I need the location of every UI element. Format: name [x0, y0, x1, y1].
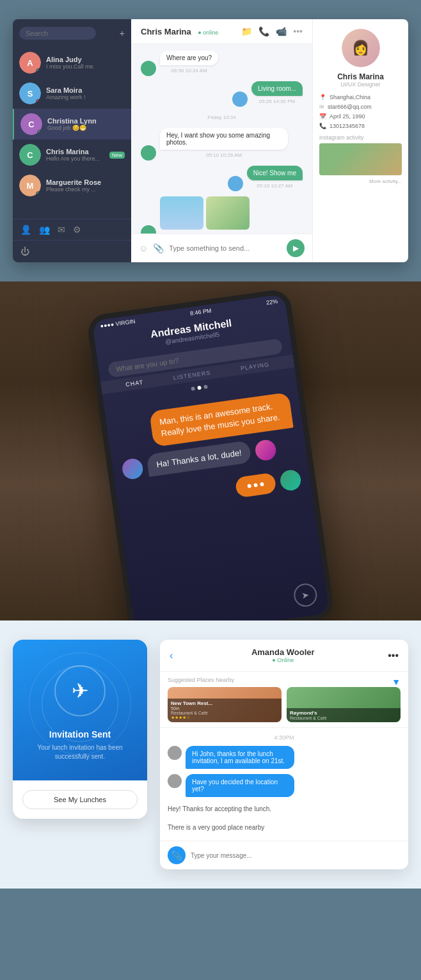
- folder-icon[interactable]: 📁: [241, 26, 252, 36]
- send-button[interactable]: ▶: [287, 239, 305, 257]
- contact-item[interactable]: C Christina Lynn Good job 😊😁: [13, 109, 131, 139]
- avatar: [168, 746, 182, 760]
- search-input[interactable]: [19, 27, 96, 40]
- message-bubble: Hi John, thanks for the lunch invitation…: [186, 746, 294, 769]
- calendar-icon: 📅: [319, 113, 326, 120]
- send-button[interactable]: ➤: [292, 582, 319, 608]
- tab-playing[interactable]: PLAYING: [240, 361, 269, 372]
- avatar: [228, 176, 243, 191]
- contact-name: Christina Lynn: [47, 117, 125, 125]
- message-bubble: Have you decided the location yet?: [186, 774, 294, 797]
- online-status-dot: [36, 68, 41, 74]
- message-text: Nice! Show me: [247, 166, 303, 180]
- contact-item[interactable]: A Alina Judy I miss you.Call me.: [13, 47, 131, 78]
- email-text: star666@qq.com: [328, 104, 372, 110]
- avatar: [279, 469, 302, 492]
- dropdown-icon[interactable]: ▼: [392, 677, 401, 687]
- invitation-bottom: See My Lunches: [13, 780, 147, 819]
- message-input[interactable]: [191, 852, 401, 859]
- contact-name: Chris Marina: [46, 148, 109, 155]
- contact-item[interactable]: M Marguerite Rose Please check my ...: [13, 170, 131, 201]
- avatar: [232, 91, 248, 107]
- avatar: M: [19, 175, 41, 196]
- contact-name: Sara Moira: [46, 86, 125, 94]
- date-divider: Friday 10:34: [141, 115, 303, 120]
- paperclip-icon: 📎: [171, 851, 182, 860]
- profile-name: Chris Marina: [319, 72, 402, 81]
- contact-last-message: I miss you.Call me.: [46, 63, 125, 70]
- profile-phone: 📞 13012345678: [319, 123, 402, 129]
- video-icon[interactable]: 📹: [276, 26, 287, 36]
- contact-info: Chris Marina Hello Are you there...: [46, 148, 109, 162]
- decoration-ring: [42, 665, 118, 742]
- more-activity-link[interactable]: More activity...: [319, 178, 402, 184]
- settings-icon[interactable]: ⚙: [73, 225, 81, 235]
- email-icon: ✉: [319, 104, 324, 110]
- message-bubble: Nice! Show me 05:10 10:27 AM: [247, 166, 303, 191]
- contact-item[interactable]: S Sara Moira Amazing work !: [13, 78, 131, 109]
- place-type: Restaurant & Café: [171, 711, 278, 715]
- section-phone-mockup: ●●●● VIRGIN 8:46 PM 22% Andreas Mitchell…: [0, 281, 421, 620]
- logout-icon[interactable]: ⏻: [20, 246, 29, 257]
- place-distance: 50m: [171, 706, 278, 711]
- place-item[interactable]: Raymond's Restaurant & Café: [287, 687, 401, 722]
- contact-name: Amanda Wooler: [178, 647, 388, 657]
- add-contact-button[interactable]: +: [120, 28, 125, 38]
- place-name: Raymond's: [290, 710, 397, 716]
- avatar: C: [20, 113, 42, 135]
- more-options-button[interactable]: •••: [388, 650, 399, 661]
- chat-sidebar: + A Alina Judy I miss you.Call me.: [13, 19, 131, 262]
- dot-indicator: [191, 386, 195, 391]
- user-icon[interactable]: 👤: [20, 225, 31, 235]
- tab-chat[interactable]: CHAT: [125, 379, 144, 388]
- amanda-messages-area: 4:30PM Hi John, thanks for the lunch inv…: [160, 728, 408, 841]
- message-input[interactable]: [169, 244, 282, 252]
- message-row: 05:10 10:26 AM: [141, 196, 303, 233]
- messages-area: Where are you? 06:56 10:24 AM Living roo…: [131, 44, 312, 233]
- see-lunches-button[interactable]: See My Lunches: [22, 790, 138, 809]
- avatar: S: [19, 83, 41, 104]
- more-options-icon[interactable]: •••: [293, 26, 303, 36]
- amanda-chat-card: ‹ Amanda Wooler ● Online ••• Suggested P…: [160, 640, 408, 869]
- mail-icon[interactable]: ✉: [58, 225, 65, 235]
- place-info: New Town Rest... 50m Restaurant & Café ★…: [168, 699, 282, 722]
- message-plain: There is a very good place nearby: [168, 821, 401, 834]
- message-input-area: ☺ 📎 ▶: [131, 233, 312, 262]
- contact-info: Marguerite Rose Please check my ...: [46, 178, 125, 193]
- invitation-top: ✈ Invitation Sent Your lunch invitation …: [13, 640, 147, 780]
- invitation-card: ✈ Invitation Sent Your lunch invitation …: [13, 640, 147, 819]
- emoji-icon[interactable]: ☺: [139, 243, 148, 253]
- suggested-places: Suggested Places Nearby ▼ New Town Rest.…: [160, 672, 408, 728]
- place-name: New Town Rest...: [171, 700, 278, 706]
- message-time: 05:26 14:30 PM: [251, 99, 303, 104]
- message-row: Have you decided the location yet?: [168, 774, 401, 797]
- places-label: Suggested Places Nearby: [168, 677, 234, 683]
- contact-last-message: Hello Are you there...: [46, 155, 109, 162]
- profile-title: UI/UX Designer: [319, 81, 402, 88]
- place-type: Restaurant & Café: [290, 716, 397, 720]
- attach-icon[interactable]: 📎: [153, 243, 164, 253]
- avatar: [121, 457, 144, 480]
- message-time: 06:56 10:24 AM: [160, 68, 218, 74]
- attach-button[interactable]: 📎: [168, 846, 186, 864]
- phone-screen: ●●●● VIRGIN 8:46 PM 22% Andreas Mitchell…: [91, 294, 329, 620]
- time-text: 8:46 PM: [189, 307, 212, 317]
- contact-item[interactable]: C Chris Marina Hello Are you there... Ne…: [13, 139, 131, 170]
- message-row: Hi John, thanks for the lunch invitation…: [168, 746, 401, 769]
- offline-status-dot: [36, 99, 41, 104]
- avatar: A: [19, 52, 41, 74]
- message-time: 05:10 10:28 AM: [160, 152, 288, 158]
- message-bubble: Hey, I want show you some amazing photos…: [160, 128, 288, 161]
- avatar: [254, 439, 277, 462]
- contact-info: Christina Lynn Good job 😊😁: [47, 117, 125, 131]
- typing-dot: [247, 484, 251, 489]
- message-row: Hey, I want show you some amazing photos…: [141, 128, 303, 161]
- typing-dot: [260, 482, 264, 487]
- phone-icon[interactable]: 📞: [258, 26, 269, 36]
- place-item[interactable]: New Town Rest... 50m Restaurant & Café ★…: [168, 687, 282, 722]
- users-icon[interactable]: 👥: [39, 225, 50, 235]
- back-button[interactable]: ‹: [170, 650, 173, 661]
- phone-icon: 📞: [319, 123, 326, 129]
- dot-indicator: [203, 384, 208, 389]
- message-row: Living room... 05:26 14:30 PM: [141, 81, 303, 107]
